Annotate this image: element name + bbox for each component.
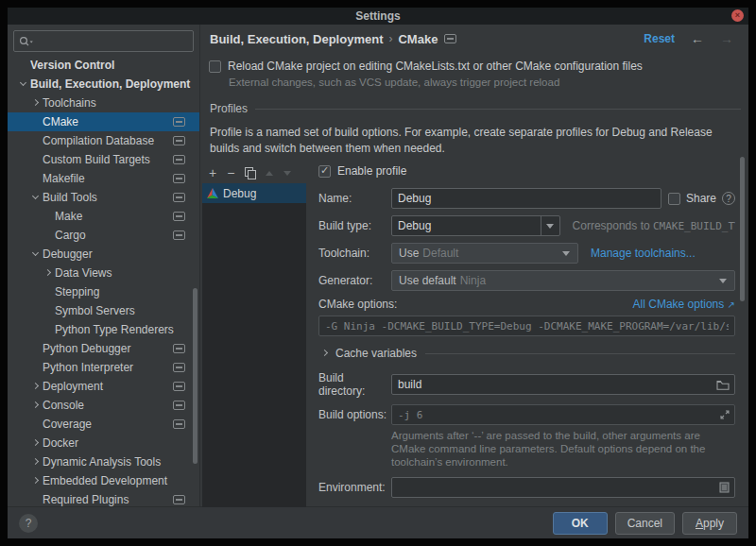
cache-variables-label: Cache variables — [335, 347, 417, 360]
toolchain-dropdown[interactable]: Use Default — [391, 243, 578, 264]
chevron-right-icon[interactable] — [29, 475, 43, 486]
chevron-down-icon — [719, 279, 727, 283]
sidebar-item-embedded-development[interactable]: Embedded Development — [8, 471, 199, 490]
content-scrollbar[interactable] — [740, 157, 745, 301]
remove-profile-icon[interactable]: − — [227, 166, 234, 179]
cancel-button[interactable]: Cancel — [615, 512, 675, 535]
sidebar-scrollbar[interactable] — [193, 288, 198, 464]
sidebar-item-makefile[interactable]: Makefile — [8, 169, 199, 188]
sidebar-item-toolchains[interactable]: Toolchains — [8, 94, 199, 112]
search-input[interactable] — [36, 35, 188, 48]
sidebar-item-cargo[interactable]: Cargo — [8, 226, 199, 245]
chevron-down-icon — [562, 251, 570, 256]
sidebar-item-version-control[interactable]: Version Control — [8, 56, 199, 75]
generator-dropdown[interactable]: Use default Ninja — [391, 270, 735, 291]
cache-variables-toggle[interactable]: Cache variables — [318, 347, 735, 360]
settings-tree: Version ControlBuild, Execution, Deploym… — [8, 56, 199, 509]
reload-cmake-checkbox[interactable] — [209, 60, 221, 73]
all-cmake-options-link[interactable]: All CMake options ↗ — [633, 298, 735, 311]
chevron-right-icon[interactable] — [29, 456, 43, 468]
sidebar-item-data-views[interactable]: Data Views — [8, 264, 199, 282]
build-options-hint: Arguments after ‘--’ are passed to the b… — [391, 429, 724, 469]
project-settings-icon — [173, 117, 185, 127]
external-link-icon: ↗ — [728, 299, 735, 310]
sidebar-item-debugger[interactable]: Debugger — [8, 245, 199, 264]
cmake-options-label: CMake options: — [318, 298, 397, 311]
sidebar-item-stepping[interactable]: Stepping — [8, 282, 199, 301]
project-settings-icon — [173, 363, 185, 372]
build-directory-label: Build directory: — [318, 371, 391, 398]
project-settings-icon — [173, 401, 185, 410]
sidebar-item-python-debugger[interactable]: Python Debugger — [8, 339, 199, 358]
sidebar-item-label: Symbol Servers — [55, 304, 135, 317]
build-options-field[interactable] — [392, 405, 720, 424]
ok-button[interactable]: OK — [553, 512, 608, 535]
sidebar-item-custom-build-targets[interactable]: Custom Build Targets — [8, 150, 199, 169]
sidebar-item-label: Stepping — [55, 285, 99, 299]
chevron-spacer — [17, 60, 30, 71]
back-arrow-icon[interactable]: ← — [691, 31, 704, 46]
project-settings-icon — [444, 34, 456, 43]
cmake-options-field[interactable] — [319, 316, 734, 335]
apply-button[interactable]: Apply — [682, 512, 737, 535]
profile-item-label: Debug — [223, 187, 256, 200]
sidebar-item-label: Deployment — [43, 380, 103, 393]
variables-list-icon[interactable] — [719, 482, 730, 493]
chevron-right-icon[interactable] — [42, 267, 55, 279]
manage-toolchains-link[interactable]: Manage toolchains... — [591, 247, 696, 260]
chevron-down-icon[interactable] — [541, 216, 559, 235]
chevron-right-icon[interactable] — [29, 437, 43, 449]
search-box[interactable] — [13, 30, 194, 52]
section-divider — [425, 353, 735, 354]
name-field[interactable] — [391, 188, 662, 209]
chevron-right-icon[interactable] — [29, 400, 43, 411]
sidebar-item-required-plugins[interactable]: Required Plugins — [8, 490, 199, 509]
reset-button[interactable]: Reset — [644, 32, 675, 45]
enable-profile-checkbox[interactable] — [318, 165, 331, 178]
add-profile-icon[interactable]: + — [209, 166, 216, 179]
sidebar-item-docker[interactable]: Docker — [8, 434, 199, 452]
sidebar-item-label: Build, Execution, Deployment — [30, 77, 190, 91]
chevron-down-icon[interactable] — [29, 192, 43, 203]
sidebar-item-label: Make — [55, 210, 82, 223]
sidebar-item-symbol-servers[interactable]: Symbol Servers — [8, 301, 199, 320]
sidebar-item-label: Version Control — [30, 59, 114, 72]
chevron-spacer — [42, 305, 55, 316]
share-checkbox[interactable] — [668, 193, 680, 205]
sidebar-item-deployment[interactable]: Deployment — [8, 377, 199, 396]
environment-field[interactable] — [392, 478, 719, 497]
profiles-toolbar: + − — [202, 163, 306, 182]
folder-icon[interactable] — [716, 380, 730, 390]
close-icon[interactable]: × — [731, 9, 744, 22]
profile-item-debug[interactable]: Debug — [202, 183, 306, 203]
sidebar-item-python-interpreter[interactable]: Python Interpreter — [8, 358, 199, 377]
sidebar-item-console[interactable]: Console — [8, 396, 199, 415]
build-type-dropdown[interactable]: Debug — [391, 215, 560, 236]
sidebar-item-cmake[interactable]: CMake — [8, 112, 199, 131]
environment-label: Environment: — [318, 481, 391, 494]
chevron-spacer — [29, 173, 43, 184]
sidebar-item-make[interactable]: Make — [8, 207, 199, 226]
chevron-right-icon[interactable] — [29, 97, 43, 109]
sidebar-item-build-execution-deployment[interactable]: Build, Execution, Deployment — [8, 75, 199, 94]
sidebar-item-label: Python Debugger — [43, 342, 130, 355]
forward-arrow-icon: → — [720, 31, 733, 46]
sidebar-item-coverage[interactable]: Coverage — [8, 415, 199, 434]
copy-profile-icon[interactable] — [245, 167, 255, 179]
expand-icon[interactable] — [720, 410, 730, 419]
cmake-logo-icon — [207, 188, 218, 199]
build-directory-field[interactable] — [392, 375, 716, 394]
chevron-down-icon[interactable] — [29, 248, 43, 260]
sidebar-item-compilation-database[interactable]: Compilation Database — [8, 131, 199, 150]
sidebar-item-python-type-renderers[interactable]: Python Type Renderers — [8, 320, 199, 339]
chevron-right-icon[interactable] — [29, 381, 43, 392]
breadcrumb-parent[interactable]: Build, Execution, Deployment — [210, 32, 383, 46]
settings-sidebar: Version ControlBuild, Execution, Deploym… — [8, 25, 200, 506]
sidebar-item-dynamic-analysis-tools[interactable]: Dynamic Analysis Tools — [8, 452, 199, 471]
chevron-spacer — [29, 135, 43, 146]
chevron-down-icon[interactable] — [17, 78, 30, 90]
share-help-icon[interactable]: ? — [722, 192, 735, 205]
sidebar-item-build-tools[interactable]: Build Tools — [8, 188, 199, 207]
build-options-label: Build options: — [318, 408, 391, 421]
help-icon[interactable]: ? — [19, 514, 38, 533]
